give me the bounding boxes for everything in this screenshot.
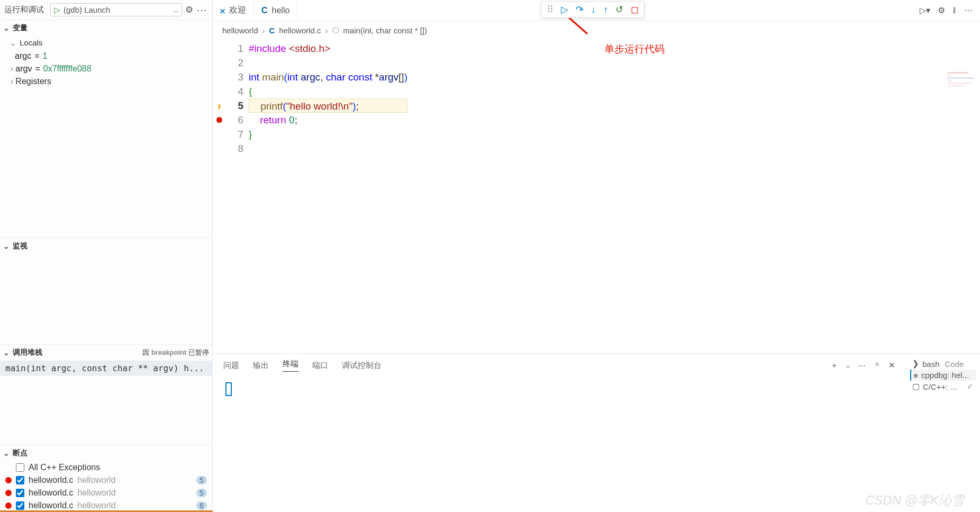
tab-welcome[interactable]: ⨉ 欢迎 <box>213 0 254 21</box>
step-out-icon[interactable]: ↑ <box>603 4 608 15</box>
check-icon: ✓ <box>967 382 974 391</box>
sidebar-title: 运行和调试 <box>4 5 44 15</box>
terminal-cursor <box>225 382 232 396</box>
pause-reason: 因 breakpoint 已暂停 <box>142 348 209 357</box>
continue-icon[interactable]: ▷ <box>561 4 568 15</box>
chevron-down-icon: ⌄ <box>3 348 10 357</box>
c-file-icon: C <box>261 6 268 15</box>
c-file-icon: C <box>269 26 275 35</box>
split-icon[interactable]: ⫿ <box>952 5 957 15</box>
terminal-list: ❯ bash Code ⎈ cppdbg: hel... ▢ C/C++: ..… <box>906 354 980 512</box>
minimap[interactable] <box>947 71 979 92</box>
section-watch[interactable]: ⌄ 监视 <box>0 238 212 254</box>
terminal-cppdbg[interactable]: ⎈ cppdbg: hel... <box>910 370 976 381</box>
bottom-panel: 问题 输出 终端 端口 调试控制台 ＋ ⌵ ⋯ ＾ ✕ ❯ bash <box>213 353 980 512</box>
locals-header[interactable]: ⌄Locals <box>0 36 212 50</box>
section-callstack[interactable]: ⌄ 调用堆栈 因 breakpoint 已暂停 <box>0 344 212 361</box>
play-icon: ▷ <box>54 5 60 15</box>
close-icon[interactable]: ✕ <box>888 361 895 371</box>
checkbox[interactable] <box>16 489 24 497</box>
chevron-down-icon: ⌄ <box>3 449 10 457</box>
symbol-icon: ⬡ <box>332 25 339 35</box>
settings-icon[interactable]: ⚙ <box>938 5 945 15</box>
checkbox[interactable] <box>16 476 24 484</box>
chevron-up-icon[interactable]: ＾ <box>873 361 881 371</box>
bp-item[interactable]: helloworld.c helloworld 5 <box>0 474 212 487</box>
drag-handle-icon[interactable]: ⠿ <box>547 4 553 15</box>
step-into-icon[interactable]: ↓ <box>591 4 596 15</box>
variable-argc[interactable]: argc = 1 <box>0 50 212 62</box>
line-badge: 5 <box>196 476 207 484</box>
chevron-down-icon: ⌄ <box>10 38 16 47</box>
annotation-text: 单步运行代码 <box>604 42 665 56</box>
section-variables[interactable]: ⌄ 变量 <box>0 20 212 36</box>
line-badge: 5 <box>196 489 207 497</box>
debug-toolbar: ⠿ ▷ ↷ ↓ ↑ ↺ ◻ <box>541 1 645 18</box>
config-name: (gdb) Launch <box>63 5 110 14</box>
terminal-bash[interactable]: ❯ bash Code <box>910 358 976 370</box>
chevron-down-icon: ⌄ <box>3 24 10 32</box>
tab-terminal[interactable]: 终端 <box>283 359 298 372</box>
main-area: ⨉ 欢迎 C hello ⠿ ▷ ↷ ↓ ↑ ↺ ◻ ▷▾ ⚙ ⫿ ⋯ hell… <box>213 0 980 512</box>
gear-icon[interactable]: ⚙ <box>185 4 193 15</box>
chevron-down-icon: ⌄ <box>3 242 10 250</box>
terminal-icon: ❯ <box>912 359 919 369</box>
debug-sidebar: 运行和调试 ▷ (gdb) Launch ⌵ ⚙ ⋯ ⌄ 变量 ⌄Locals … <box>0 0 213 512</box>
more-icon[interactable]: ⋯ <box>196 4 208 16</box>
step-over-icon[interactable]: ↷ <box>576 4 584 15</box>
breakpoint-dot-icon <box>216 117 222 123</box>
tab-output[interactable]: 输出 <box>253 361 269 371</box>
terminal-content[interactable] <box>213 377 906 404</box>
tab-problems[interactable]: 问题 <box>223 361 239 371</box>
line-numbers: 12345678 <box>225 41 249 353</box>
panel-tabs: 问题 输出 终端 端口 调试控制台 ＋ ⌵ ⋯ ＾ ✕ <box>213 354 906 377</box>
section-breakpoints[interactable]: ⌄ 断点 <box>0 445 212 461</box>
code-content: #include <stdio.h> int main(int argc, ch… <box>249 41 407 353</box>
debug-icon: ⎈ <box>913 371 918 380</box>
chevron-down-icon[interactable]: ⌵ <box>846 361 850 371</box>
terminal-icon: ▢ <box>912 382 920 391</box>
new-terminal-icon[interactable]: ＋ <box>830 361 838 371</box>
bp-item[interactable]: helloworld.c helloworld 5 <box>0 487 212 499</box>
more-icon[interactable]: ⋯ <box>858 361 866 371</box>
chevron-right-icon: › <box>11 77 13 86</box>
current-frame-icon: ◗ <box>217 102 221 110</box>
launch-config-dropdown[interactable]: ▷ (gdb) Launch ⌵ <box>50 3 182 16</box>
breakpoint-dot-icon <box>5 477 12 483</box>
vscode-icon: ⨉ <box>220 6 225 15</box>
terminal-cpp[interactable]: ▢ C/C++: ... ✓ <box>910 381 976 392</box>
tab-debug-console[interactable]: 调试控制台 <box>342 361 382 371</box>
chevron-right-icon: › <box>11 64 13 74</box>
line-badge: 6 <box>196 501 207 510</box>
checkbox[interactable] <box>16 463 24 472</box>
breakpoint-gutter[interactable]: ◗ <box>213 41 225 353</box>
breakpoint-dot-icon <box>5 490 12 496</box>
editor-tabs: ⨉ 欢迎 C hello ⠿ ▷ ↷ ↓ ↑ ↺ ◻ ▷▾ ⚙ ⫿ ⋯ <box>213 0 980 21</box>
run-icon[interactable]: ▷▾ <box>920 5 930 15</box>
restart-icon[interactable]: ↺ <box>615 4 623 15</box>
breakpoint-dot-icon <box>5 502 12 509</box>
bp-all-exceptions[interactable]: All C++ Exceptions <box>0 461 212 474</box>
stop-icon[interactable]: ◻ <box>631 4 639 15</box>
breadcrumb[interactable]: helloworld› C helloworld.c› ⬡ main(int, … <box>213 21 980 39</box>
variable-argv[interactable]: › argv = 0x7fffffffe088 <box>0 62 212 75</box>
callstack-frame[interactable]: main(int argc, const char ** argv) h... <box>0 361 212 376</box>
checkbox[interactable] <box>16 501 24 510</box>
code-editor[interactable]: 单步运行代码 ◗ 12345678 #include <stdio.h> int… <box>213 39 980 353</box>
chevron-down-icon: ⌵ <box>173 5 178 15</box>
more-icon[interactable]: ⋯ <box>964 5 973 15</box>
tab-ports[interactable]: 端口 <box>312 361 328 371</box>
registers-header[interactable]: › Registers <box>0 75 212 88</box>
tab-file[interactable]: C hello <box>254 0 297 21</box>
